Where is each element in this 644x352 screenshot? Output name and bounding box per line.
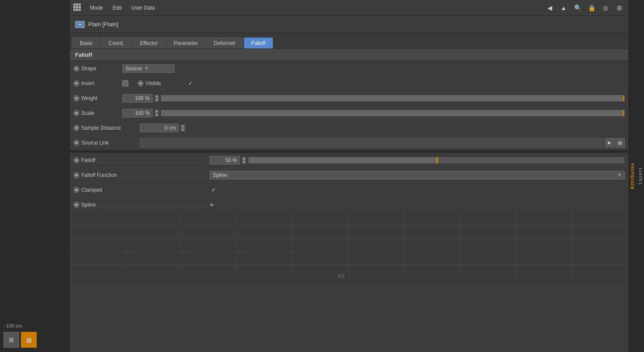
source-link-cursor-btn[interactable]: ⊗: [615, 138, 625, 148]
falloff-stepper-up[interactable]: ▲: [242, 157, 246, 160]
source-link-arrow-btn[interactable]: ▶: [605, 138, 614, 148]
scale-stepper-up[interactable]: ▲: [155, 110, 159, 113]
prop-row-weight: Weight 100 % ▲ ▼: [70, 91, 628, 106]
tab-parameter[interactable]: Parameter: [166, 38, 206, 48]
shape-dropdown[interactable]: Source ▼: [122, 64, 175, 73]
radio-scale[interactable]: [73, 110, 79, 116]
menu-add-icon[interactable]: ⊞: [614, 3, 625, 13]
spline-label-dotted: Spline: [81, 202, 208, 208]
radio-visible[interactable]: [138, 80, 144, 86]
scale-slider-fill: [161, 110, 624, 116]
tab-coord[interactable]: Coord.: [101, 38, 131, 48]
object-icon: ••: [75, 21, 85, 28]
weight-stepper[interactable]: ▲ ▼: [155, 95, 159, 102]
menu-grid-icon[interactable]: [73, 3, 82, 12]
scale-stepper[interactable]: ▲ ▼: [155, 110, 159, 117]
prop-row-source-link: Source Link ▶ ⊗: [70, 135, 628, 150]
falloff-stepper-down[interactable]: ▼: [242, 160, 246, 164]
falloff-input[interactable]: 50 %: [210, 156, 240, 165]
radio-falloff-function[interactable]: [73, 172, 79, 178]
tab-basic[interactable]: Basic: [72, 38, 100, 48]
radio-source-link[interactable]: [73, 140, 79, 146]
menu-lock-icon[interactable]: 🔒: [586, 3, 597, 13]
stack-icon-btn[interactable]: ▦: [21, 332, 37, 348]
source-link-field[interactable]: [140, 138, 603, 148]
falloff-function-dropdown[interactable]: Spline ▼: [210, 171, 625, 179]
right-sidebar-attributes: Attributes: [628, 0, 636, 352]
spline-dotted-fill: [96, 203, 207, 207]
source-link-label: Source Link: [81, 140, 138, 146]
menu-user-data[interactable]: User Data: [127, 3, 159, 13]
scale-slider[interactable]: [161, 110, 625, 117]
grid-icon-btn[interactable]: ⊞: [3, 332, 19, 348]
menu-search-icon[interactable]: 🔍: [572, 3, 583, 13]
radio-weight[interactable]: [73, 95, 79, 101]
tab-falloff[interactable]: Falloff: [244, 38, 273, 48]
scale-label: Scale: [81, 110, 121, 116]
shape-dropdown-arrow: ▼: [145, 66, 149, 71]
prop-row-falloff-function: Falloff Function Spline ▼: [70, 168, 628, 183]
radio-clamped[interactable]: [73, 187, 79, 193]
attributes-panel: Mode Edit User Data ◀ ▲ 🔍 🔒 ◎ ⊞ •• Plain…: [70, 0, 628, 352]
falloff-label-text: Falloff: [81, 157, 95, 163]
weight-input[interactable]: 100 %: [122, 94, 153, 103]
scale-stepper-down[interactable]: ▼: [155, 113, 159, 117]
prop-row-shape: Shape Source ▼: [70, 61, 628, 76]
section-heading-falloff: Falloff: [70, 49, 628, 61]
sample-distance-stepper-up[interactable]: ▲: [181, 124, 185, 128]
source-link-icons: ▶ ⊗: [605, 138, 625, 148]
clamped-dotted-fill: [103, 188, 207, 192]
invert-label: Invert: [81, 80, 121, 86]
visible-check: ✓: [188, 80, 193, 86]
clamped-label-text: Clamped: [81, 187, 102, 193]
weight-stepper-down[interactable]: ▼: [155, 98, 159, 102]
stack-icon: ▦: [26, 336, 32, 343]
falloff-slider[interactable]: [248, 157, 625, 164]
falloff-function-label-dotted: Falloff Function: [81, 172, 208, 178]
menu-forward-icon[interactable]: ▲: [558, 3, 569, 13]
viewport-area: : 100 cm ⊞ ▦: [0, 0, 70, 352]
weight-stepper-up[interactable]: ▲: [155, 95, 159, 98]
invert-checkbox[interactable]: [122, 80, 128, 86]
prop-row-spline: Spline ▶: [70, 197, 628, 212]
menu-back-icon[interactable]: ◀: [544, 3, 555, 13]
prop-row-sample-distance: Sample Distance 0 cm ▲ ▼: [70, 121, 628, 135]
menu-edit[interactable]: Edit: [108, 3, 126, 13]
shape-label: Shape: [81, 66, 121, 72]
sample-distance-stepper-down[interactable]: ▼: [181, 128, 185, 131]
falloff-stepper[interactable]: ▲ ▼: [242, 157, 246, 164]
prop-row-scale: Scale 100 % ▲ ▼: [70, 106, 628, 121]
falloff-dotted-fill: [96, 158, 207, 162]
radio-spline[interactable]: [73, 202, 79, 208]
viewport-bottom-icons: ⊞ ▦: [3, 332, 37, 348]
prop-row-invert-visible: Invert Visible ✓: [70, 76, 628, 91]
tab-deformer[interactable]: Deformer: [207, 38, 243, 48]
sample-distance-input[interactable]: 0 cm: [140, 124, 179, 132]
sample-distance-label: Sample Distance: [81, 125, 138, 131]
spline-arrow[interactable]: ▶: [210, 202, 214, 207]
spline-chart[interactable]: 0.5: [70, 212, 628, 282]
scale-input[interactable]: 100 %: [122, 109, 153, 117]
radio-shape[interactable]: [73, 66, 79, 72]
object-header: •• Plain [Plain]: [70, 16, 628, 33]
menu-target-icon[interactable]: ◎: [600, 3, 611, 13]
radio-falloff[interactable]: [73, 157, 79, 163]
grid-icon: ⊞: [9, 336, 14, 343]
radio-sample-distance[interactable]: [73, 125, 79, 131]
spline-chart-svg: [70, 212, 628, 278]
clamped-check: ✓: [211, 186, 216, 193]
weight-slider[interactable]: [161, 95, 625, 102]
attributes-sidebar-label: Attributes: [630, 162, 635, 190]
tab-effector[interactable]: Effector: [132, 38, 165, 48]
radio-invert[interactable]: [73, 80, 79, 86]
spline-label-text: Spline: [81, 202, 96, 208]
falloff-function-value: Spline: [213, 172, 227, 178]
viewport-label: : 100 cm: [3, 323, 22, 328]
clamped-label-dotted: Clamped: [81, 187, 208, 193]
visible-label: Visible: [145, 80, 185, 86]
sample-distance-stepper[interactable]: ▲ ▼: [181, 124, 185, 131]
prop-row-clamped: Clamped ✓: [70, 183, 628, 197]
weight-label: Weight: [81, 95, 121, 101]
menu-mode[interactable]: Mode: [86, 3, 107, 13]
spline-chart-label: 0.5: [338, 273, 344, 279]
